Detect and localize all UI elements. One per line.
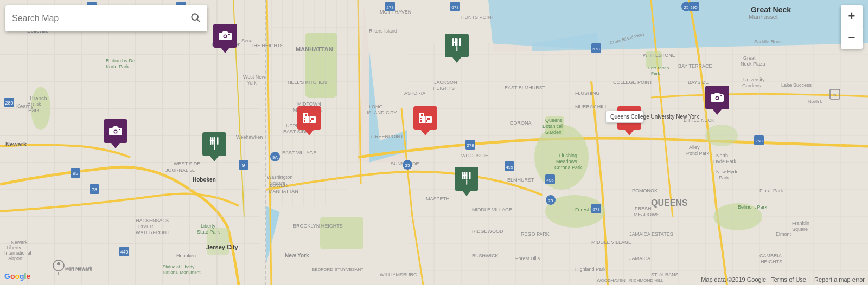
- svg-rect-1: [305, 33, 337, 98]
- svg-text:Manhasset: Manhasset: [749, 14, 778, 20]
- svg-text:Neck Plaza: Neck Plaza: [741, 61, 765, 67]
- svg-text:Alley: Alley: [689, 145, 700, 150]
- svg-rect-262: [310, 120, 311, 122]
- svg-text:WHITESTONE: WHITESTONE: [643, 53, 675, 58]
- svg-text:258: 258: [755, 139, 763, 144]
- svg-rect-269: [420, 120, 422, 122]
- svg-text:Floral Park: Floral Park: [760, 188, 783, 193]
- zoom-in-button[interactable]: +: [841, 5, 863, 27]
- svg-text:WOODHAVEN: WOODHAVEN: [597, 278, 626, 283]
- svg-rect-245: [459, 38, 461, 46]
- marker-hotel-1[interactable]: [297, 106, 321, 130]
- svg-text:MASPETH: MASPETH: [426, 196, 450, 202]
- svg-text:495: 495: [506, 165, 513, 170]
- svg-text:Korte Park: Korte Park: [106, 64, 129, 69]
- svg-text:CORONA: CORONA: [510, 120, 532, 126]
- svg-text:280: 280: [5, 100, 13, 106]
- svg-rect-253: [466, 179, 467, 185]
- camera-icon: [109, 125, 122, 138]
- svg-text:678: 678: [451, 5, 459, 10]
- fork-icon: [451, 38, 463, 53]
- map-footer: Map data ©2019 Google Terms of Use | Rep…: [701, 276, 865, 283]
- svg-text:MURRAY HILL: MURRAY HILL: [575, 104, 608, 109]
- svg-text:Flo...: Flo...: [830, 93, 840, 98]
- svg-text:HELL'S KITCHEN: HELL'S KITCHEN: [288, 80, 327, 85]
- svg-text:North: North: [716, 153, 728, 158]
- svg-text:National Monument: National Monument: [163, 270, 201, 275]
- svg-rect-266: [421, 114, 423, 116]
- svg-text:Highland Park: Highland Park: [575, 267, 606, 272]
- svg-text:BAYSIDE: BAYSIDE: [688, 80, 709, 85]
- marker-camera-1[interactable]: [213, 24, 237, 48]
- svg-text:Hoboken: Hoboken: [176, 253, 196, 258]
- svg-text:Garden: Garden: [545, 129, 561, 135]
- terms-of-use-link[interactable]: Terms of Use: [771, 276, 806, 283]
- svg-text:Newark: Newark: [5, 141, 27, 147]
- svg-rect-249: [212, 137, 214, 145]
- report-map-error-link[interactable]: Report a map error: [814, 276, 865, 283]
- svg-text:BEDFORD-STUYVESANT: BEDFORD-STUYVESANT: [312, 267, 363, 272]
- svg-text:Richard w De: Richard w De: [106, 58, 135, 63]
- marker-fork-3[interactable]: [455, 167, 478, 191]
- hotel-icon: [418, 112, 432, 125]
- svg-text:WOODSIDE: WOODSIDE: [461, 153, 488, 158]
- svg-text:JAMAICA ESTATES: JAMAICA ESTATES: [629, 231, 673, 237]
- svg-text:ISLAND CITY: ISLAND CITY: [367, 110, 397, 115]
- svg-text:Park: Park: [719, 175, 729, 180]
- svg-text:78: 78: [92, 187, 97, 192]
- svg-text:RIDGEWOOD: RIDGEWOOD: [472, 229, 503, 234]
- svg-text:678: 678: [592, 47, 600, 51]
- svg-text:Queens: Queens: [545, 118, 563, 123]
- search-input[interactable]: [12, 14, 190, 23]
- svg-text:COLLEGE POINT: COLLEGE POINT: [613, 80, 653, 85]
- svg-point-233: [224, 35, 226, 37]
- svg-text:278: 278: [467, 143, 474, 148]
- svg-rect-254: [464, 172, 466, 179]
- svg-rect-244: [455, 38, 456, 46]
- svg-text:WATERFRONT: WATERFRONT: [136, 230, 170, 235]
- svg-text:Square: Square: [792, 226, 808, 232]
- marker-fork-2[interactable]: [202, 132, 226, 156]
- map-container: Belleville Richard w De Korte Park Kearn…: [0, 0, 868, 285]
- svg-text:Brook: Brook: [27, 101, 42, 107]
- svg-rect-268: [420, 118, 422, 119]
- svg-text:Liberty: Liberty: [201, 223, 216, 229]
- svg-text:Forest Hills: Forest Hills: [515, 256, 540, 261]
- svg-text:Botanical: Botanical: [542, 124, 563, 129]
- svg-text:REGO PARK: REGO PARK: [521, 231, 550, 237]
- marker-camera-3[interactable]: [705, 86, 729, 109]
- svg-rect-255: [469, 172, 471, 179]
- svg-text:Corona Park: Corona Park: [554, 165, 582, 170]
- svg-text:HACKENSACK: HACKENSACK: [136, 218, 169, 223]
- svg-text:MIDDLE VILLAGE: MIDDLE VILLAGE: [472, 207, 512, 212]
- svg-text:JAMAICA: JAMAICA: [629, 256, 650, 261]
- svg-text:WILLIAMSBURG: WILLIAMSBURG: [380, 272, 417, 277]
- marker-hotel-2[interactable]: [413, 106, 437, 130]
- svg-text:MANHATTAN: MANHATTAN: [296, 46, 333, 53]
- svg-rect-240: [720, 95, 722, 96]
- svg-text:Fort Totten: Fort Totten: [648, 66, 669, 70]
- svg-line-231: [197, 19, 200, 22]
- svg-text:North L: North L: [808, 99, 823, 104]
- svg-text:West New: West New: [243, 74, 265, 80]
- map-data-text: Map data ©2019 Google: [701, 276, 766, 283]
- svg-text:Liberty: Liberty: [7, 245, 22, 250]
- zoom-out-button[interactable]: −: [841, 27, 863, 49]
- svg-text:278: 278: [386, 5, 394, 10]
- svg-text:9: 9: [242, 163, 245, 168]
- svg-text:HEIGHTS: HEIGHTS: [433, 86, 455, 91]
- svg-text:BUSHWICK: BUSHWICK: [472, 253, 499, 258]
- marker-camera-2[interactable]: [104, 119, 127, 143]
- svg-text:Rikers Island: Rikers Island: [369, 28, 397, 34]
- svg-text:State Park: State Park: [197, 229, 220, 235]
- svg-rect-260: [304, 118, 305, 119]
- marker-fork-1[interactable]: [445, 34, 469, 57]
- search-box: [5, 5, 207, 31]
- hotel-icon: [302, 112, 316, 125]
- fork-icon: [461, 172, 473, 186]
- camera-icon: [711, 92, 724, 104]
- svg-text:Park: Park: [651, 71, 660, 76]
- svg-text:Saddle Rock: Saddle Rock: [754, 39, 782, 44]
- search-icon[interactable]: [190, 12, 201, 25]
- svg-text:Port Newark: Port Newark: [65, 265, 92, 271]
